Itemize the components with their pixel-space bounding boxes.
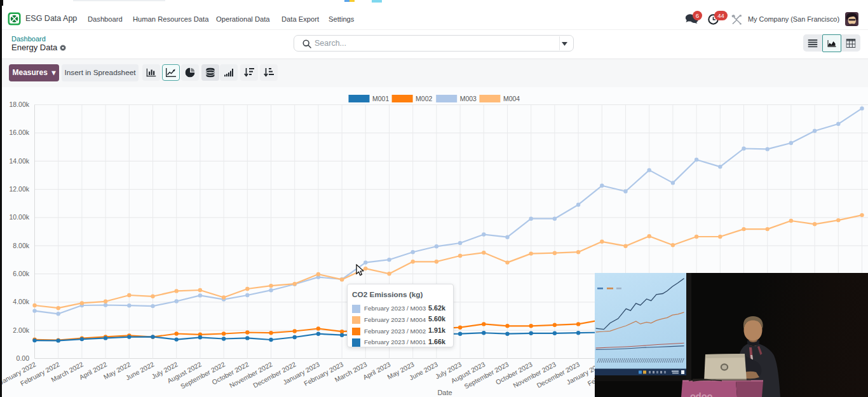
svg-text:M003: M003 bbox=[460, 95, 477, 102]
svg-text:8.00k: 8.00k bbox=[13, 242, 29, 249]
svg-text:18.00k: 18.00k bbox=[9, 101, 29, 108]
svg-text:Date: Date bbox=[437, 389, 452, 396]
svg-text:M004: M004 bbox=[503, 95, 520, 102]
svg-text:10.00k: 10.00k bbox=[9, 213, 29, 221]
svg-text:16.00k: 16.00k bbox=[9, 129, 29, 136]
svg-text:M001: M001 bbox=[372, 95, 389, 102]
svg-text:14.00k: 14.00k bbox=[9, 157, 29, 165]
svg-text:odoo: odoo bbox=[690, 391, 713, 397]
svg-text:4.00k: 4.00k bbox=[13, 298, 29, 305]
svg-text:12.00k: 12.00k bbox=[9, 185, 29, 193]
svg-text:6.00k: 6.00k bbox=[13, 270, 29, 277]
svg-text:2.00k: 2.00k bbox=[13, 326, 29, 334]
svg-text:M002: M002 bbox=[416, 95, 432, 102]
svg-text:0.00: 0.00 bbox=[17, 354, 30, 362]
